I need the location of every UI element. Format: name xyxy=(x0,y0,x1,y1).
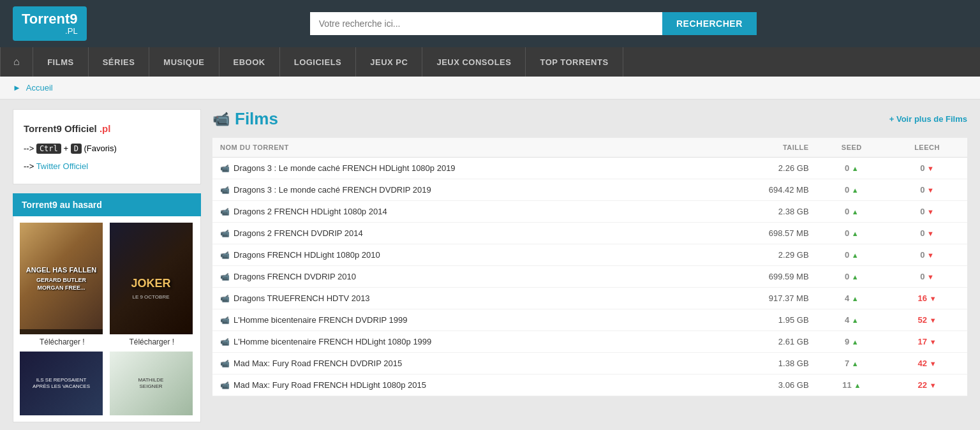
films-title: 📹 Films xyxy=(212,109,278,129)
torrent-name-cell[interactable]: 📹 Dragons 3 : Le monde caché FRENCH HDLi… xyxy=(212,158,707,179)
search-button[interactable]: RECHERCHER xyxy=(662,12,757,35)
table-row[interactable]: 📹 Mad Max: Fury Road FRENCH HDLight 1080… xyxy=(212,374,967,396)
torrent-seed: 7 ▲ xyxy=(817,353,887,374)
table-row[interactable]: 📹 Dragons 3 : Le monde caché FRENCH DVDR… xyxy=(212,179,967,201)
torrent-title: Dragons FRENCH DVDRIP 2010 xyxy=(234,272,356,281)
random-poster-2: JOKER LE 9 OCTOBRE xyxy=(110,223,193,334)
voir-plus-link[interactable]: + Voir plus de Films xyxy=(889,114,967,124)
torrent-name-cell[interactable]: 📹 Dragons FRENCH HDLight 1080p 2010 xyxy=(212,244,707,266)
seed-up-arrow: ▲ xyxy=(852,251,859,259)
random-download-1[interactable]: Télécharger ! xyxy=(20,337,105,346)
table-row[interactable]: 📹 Dragons FRENCH HDLight 1080p 2010 2.29… xyxy=(212,244,967,266)
torrent-name-cell[interactable]: 📹 Dragons TRUEFRENCH HDTV 2013 xyxy=(212,288,707,309)
torrent-name-cell[interactable]: 📹 Dragons 2 FRENCH HDLight 1080p 2014 xyxy=(212,201,707,223)
torrent-name[interactable]: 📹 Dragons 3 : Le monde caché FRENCH DVDR… xyxy=(220,185,699,195)
th-name: NOM DU TORRENT xyxy=(212,138,707,158)
leech-down-arrow: ▼ xyxy=(930,295,937,302)
nav-musique[interactable]: MUSIQUE xyxy=(149,47,219,77)
random-download-2[interactable]: Télécharger ! xyxy=(110,337,195,346)
seed-up-arrow: ▲ xyxy=(852,360,859,367)
sidebar-random-header: Torrent9 au hasard xyxy=(13,193,201,216)
random-poster-3[interactable]: ILS SE REPOSAIENTAPRÈS LES VACANCES xyxy=(20,352,103,415)
seed-up-arrow: ▲ xyxy=(854,382,861,389)
nav-jeux-pc[interactable]: JEUX PC xyxy=(356,47,422,77)
seed-count: 4 xyxy=(845,315,849,325)
video-icon: 📹 xyxy=(220,359,230,368)
random-poster-1-text xyxy=(20,329,103,334)
sidebar-site-name-text: Torrent9 Officiel xyxy=(24,123,97,134)
nav-films[interactable]: FILMS xyxy=(33,47,89,77)
torrent-name-cell[interactable]: 📹 L'Homme bicentenaire FRENCH HDLight 10… xyxy=(212,331,707,353)
torrent-leech: 0 ▼ xyxy=(887,179,967,201)
random-item-2[interactable]: JOKER LE 9 OCTOBRE Télécharger ! xyxy=(110,223,195,346)
leech-down-arrow: ▼ xyxy=(930,338,937,346)
torrent-leech: 52 ▼ xyxy=(887,309,967,331)
torrent-seed: 0 ▲ xyxy=(817,266,887,288)
nav-top-torrents[interactable]: TOP TORRENTS xyxy=(526,47,623,77)
breadcrumb-bar: ► Accueil xyxy=(0,77,980,100)
leech-down-arrow: ▼ xyxy=(927,230,934,237)
table-row[interactable]: 📹 Dragons 2 FRENCH DVDRIP 2014 698.57 MB… xyxy=(212,223,967,244)
sidebar: Torrent9 Officiel .pl --> Ctrl + D (Favo… xyxy=(13,109,201,422)
table-row[interactable]: 📹 L'Homme bicentenaire FRENCH HDLight 10… xyxy=(212,331,967,353)
nav-ebook[interactable]: EBOOK xyxy=(219,47,280,77)
random-item-1[interactable]: ANGEL HAS FALLEN GERARD BUTLERMORGAN FRE… xyxy=(20,223,105,346)
torrent-size: 699.59 MB xyxy=(707,266,817,288)
torrent-leech: 0 ▼ xyxy=(887,244,967,266)
video-icon: 📹 xyxy=(220,316,230,325)
film-icon: 📹 xyxy=(212,111,230,128)
table-row[interactable]: 📹 Dragons 2 FRENCH HDLight 1080p 2014 2.… xyxy=(212,201,967,223)
torrent-name-cell[interactable]: 📹 L'Homme bicentenaire FRENCH DVDRIP 199… xyxy=(212,309,707,331)
torrent-name-cell[interactable]: 📹 Mad Max: Fury Road FRENCH HDLight 1080… xyxy=(212,374,707,396)
seed-up-arrow: ▲ xyxy=(852,316,859,324)
torrent-name-cell[interactable]: 📹 Mad Max: Fury Road FRENCH DVDRIP 2015 xyxy=(212,353,707,374)
sidebar-site-suffix: .pl xyxy=(100,123,111,134)
logo-name: Torrent9 xyxy=(22,11,78,27)
torrent-name-cell[interactable]: 📹 Dragons 2 FRENCH DVDRIP 2014 xyxy=(212,223,707,244)
torrent-seed: 11 ▲ xyxy=(817,374,887,396)
torrent-title: Dragons 2 FRENCH DVDRIP 2014 xyxy=(234,228,363,238)
nav-jeux-consoles[interactable]: JEUX CONSOLES xyxy=(422,47,526,77)
nav: ⌂ FILMS SÉRIES MUSIQUE EBOOK LOGICIELS J… xyxy=(0,47,980,77)
torrent-size: 2.38 GB xyxy=(707,201,817,223)
table-row[interactable]: 📹 Dragons TRUEFRENCH HDTV 2013 917.37 MB… xyxy=(212,288,967,309)
torrent-leech: 16 ▼ xyxy=(887,288,967,309)
torrent-name[interactable]: 📹 L'Homme bicentenaire FRENCH DVDRIP 199… xyxy=(220,315,699,325)
breadcrumb-accueil[interactable]: Accueil xyxy=(26,83,53,93)
random-poster-4[interactable]: MATHILDESEIGNER xyxy=(110,352,193,415)
twitter-link[interactable]: Twitter Officiel xyxy=(36,161,88,171)
torrent-name-cell[interactable]: 📹 Dragons FRENCH DVDRIP 2010 xyxy=(212,266,707,288)
torrent-name[interactable]: 📹 Dragons 2 FRENCH DVDRIP 2014 xyxy=(220,228,699,238)
video-icon: 📹 xyxy=(220,229,230,238)
leech-count: 52 xyxy=(918,315,927,325)
video-icon: 📹 xyxy=(220,164,230,173)
torrent-name[interactable]: 📹 Mad Max: Fury Road FRENCH DVDRIP 2015 xyxy=(220,359,699,368)
leech-count: 16 xyxy=(918,293,927,303)
seed-count: 0 xyxy=(845,163,849,173)
table-row[interactable]: 📹 Mad Max: Fury Road FRENCH DVDRIP 2015 … xyxy=(212,353,967,374)
torrent-name[interactable]: 📹 Dragons 2 FRENCH HDLight 1080p 2014 xyxy=(220,207,699,216)
th-seed: SEED xyxy=(817,138,887,158)
torrent-size: 917.37 MB xyxy=(707,288,817,309)
nav-logiciels[interactable]: LOGICIELS xyxy=(280,47,357,77)
table-row[interactable]: 📹 Dragons 3 : Le monde caché FRENCH HDLi… xyxy=(212,158,967,179)
nav-home[interactable]: ⌂ xyxy=(0,47,33,77)
torrent-name[interactable]: 📹 L'Homme bicentenaire FRENCH HDLight 10… xyxy=(220,337,699,346)
torrent-name[interactable]: 📹 Dragons 3 : Le monde caché FRENCH HDLi… xyxy=(220,163,699,173)
seed-up-arrow: ▲ xyxy=(852,295,859,302)
torrent-title: L'Homme bicentenaire FRENCH DVDRIP 1999 xyxy=(234,315,407,325)
torrent-name-cell[interactable]: 📹 Dragons 3 : Le monde caché FRENCH DVDR… xyxy=(212,179,707,201)
leech-count: 0 xyxy=(920,272,924,281)
table-row[interactable]: 📹 L'Homme bicentenaire FRENCH DVDRIP 199… xyxy=(212,309,967,331)
nav-series[interactable]: SÉRIES xyxy=(89,47,150,77)
logo[interactable]: Torrent9 .PL xyxy=(13,6,87,41)
table-row[interactable]: 📹 Dragons FRENCH DVDRIP 2010 699.59 MB 0… xyxy=(212,266,967,288)
leech-down-arrow: ▼ xyxy=(930,316,937,324)
torrent-name[interactable]: 📹 Dragons TRUEFRENCH HDTV 2013 xyxy=(220,293,699,303)
search-input[interactable] xyxy=(310,12,662,35)
torrent-name[interactable]: 📹 Mad Max: Fury Road FRENCH HDLight 1080… xyxy=(220,380,699,390)
seed-up-arrow: ▲ xyxy=(852,338,859,346)
torrent-leech: 0 ▼ xyxy=(887,201,967,223)
torrent-name[interactable]: 📹 Dragons FRENCH HDLight 1080p 2010 xyxy=(220,250,699,260)
torrent-name[interactable]: 📹 Dragons FRENCH DVDRIP 2010 xyxy=(220,272,699,281)
